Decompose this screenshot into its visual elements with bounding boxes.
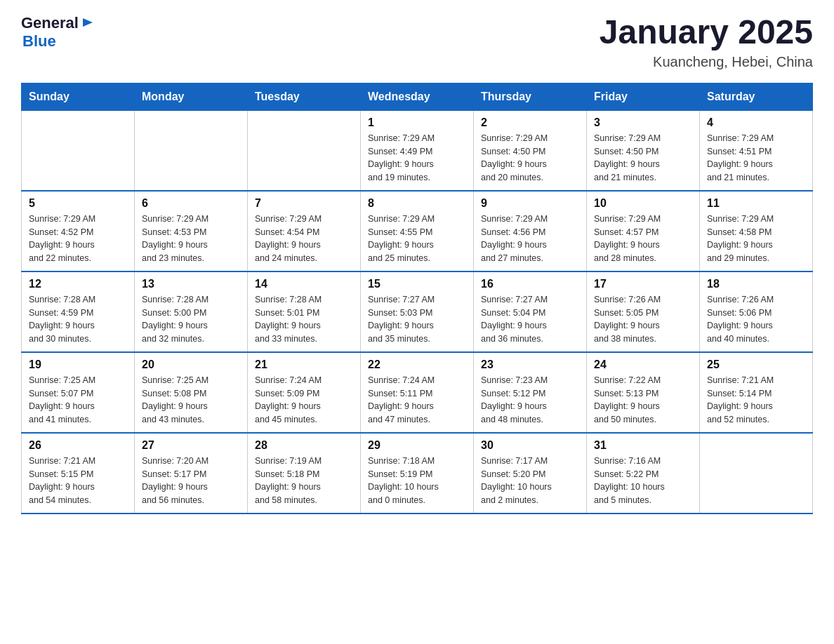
calendar-day-6: 6Sunrise: 7:29 AMSunset: 4:53 PMDaylight… [135, 191, 248, 271]
calendar-day-22: 22Sunrise: 7:24 AMSunset: 5:11 PMDayligh… [361, 352, 474, 433]
day-number: 29 [368, 439, 466, 452]
day-info: Sunrise: 7:21 AMSunset: 5:14 PMDaylight:… [707, 374, 805, 427]
logo-general-text: General [21, 14, 79, 32]
day-info: Sunrise: 7:25 AMSunset: 5:08 PMDaylight:… [142, 374, 240, 427]
day-number: 7 [255, 197, 353, 210]
day-info: Sunrise: 7:18 AMSunset: 5:19 PMDaylight:… [368, 455, 466, 507]
day-number: 15 [368, 278, 466, 290]
calendar-day-30: 30Sunrise: 7:17 AMSunset: 5:20 PMDayligh… [474, 433, 587, 514]
day-info: Sunrise: 7:27 AMSunset: 5:03 PMDaylight:… [368, 293, 466, 346]
day-number: 4 [707, 116, 805, 129]
calendar-week-row: 1Sunrise: 7:29 AMSunset: 4:49 PMDaylight… [22, 110, 813, 191]
calendar-day-1: 1Sunrise: 7:29 AMSunset: 4:49 PMDaylight… [361, 110, 474, 191]
day-number: 6 [142, 197, 240, 210]
day-info: Sunrise: 7:29 AMSunset: 4:53 PMDaylight:… [142, 213, 240, 265]
calendar-week-row: 12Sunrise: 7:28 AMSunset: 4:59 PMDayligh… [22, 271, 813, 352]
calendar-day-11: 11Sunrise: 7:29 AMSunset: 4:58 PMDayligh… [700, 191, 813, 271]
day-info: Sunrise: 7:26 AMSunset: 5:05 PMDaylight:… [594, 293, 692, 346]
day-info: Sunrise: 7:24 AMSunset: 5:09 PMDaylight:… [255, 374, 353, 427]
day-number: 20 [142, 358, 240, 371]
day-info: Sunrise: 7:29 AMSunset: 4:49 PMDaylight:… [368, 132, 466, 185]
day-number: 16 [481, 278, 579, 290]
calendar-week-row: 5Sunrise: 7:29 AMSunset: 4:52 PMDaylight… [22, 191, 813, 271]
calendar-empty-cell [248, 110, 361, 191]
calendar-day-5: 5Sunrise: 7:29 AMSunset: 4:52 PMDaylight… [22, 191, 135, 271]
weekday-header-sunday: Sunday [22, 83, 135, 110]
day-number: 21 [255, 358, 353, 371]
calendar-day-27: 27Sunrise: 7:20 AMSunset: 5:17 PMDayligh… [135, 433, 248, 514]
day-number: 24 [594, 358, 692, 371]
calendar-day-7: 7Sunrise: 7:29 AMSunset: 4:54 PMDaylight… [248, 191, 361, 271]
day-info: Sunrise: 7:28 AMSunset: 4:59 PMDaylight:… [29, 293, 127, 346]
day-info: Sunrise: 7:17 AMSunset: 5:20 PMDaylight:… [481, 455, 579, 507]
weekday-header-thursday: Thursday [474, 83, 587, 110]
day-info: Sunrise: 7:21 AMSunset: 5:15 PMDaylight:… [29, 455, 127, 507]
day-number: 27 [142, 439, 240, 452]
day-number: 11 [707, 197, 805, 210]
day-info: Sunrise: 7:25 AMSunset: 5:07 PMDaylight:… [29, 374, 127, 427]
day-info: Sunrise: 7:29 AMSunset: 4:56 PMDaylight:… [481, 213, 579, 265]
location-subtitle: Kuancheng, Hebei, China [600, 54, 813, 70]
calendar-day-28: 28Sunrise: 7:19 AMSunset: 5:18 PMDayligh… [248, 433, 361, 514]
weekday-header-friday: Friday [587, 83, 700, 110]
day-number: 5 [29, 197, 127, 210]
calendar-day-23: 23Sunrise: 7:23 AMSunset: 5:12 PMDayligh… [474, 352, 587, 433]
day-info: Sunrise: 7:29 AMSunset: 4:57 PMDaylight:… [594, 213, 692, 265]
day-number: 19 [29, 358, 127, 371]
day-info: Sunrise: 7:29 AMSunset: 4:51 PMDaylight:… [707, 132, 805, 185]
logo-blue-text: Blue [22, 32, 56, 50]
calendar-day-10: 10Sunrise: 7:29 AMSunset: 4:57 PMDayligh… [587, 191, 700, 271]
calendar-day-20: 20Sunrise: 7:25 AMSunset: 5:08 PMDayligh… [135, 352, 248, 433]
day-info: Sunrise: 7:24 AMSunset: 5:11 PMDaylight:… [368, 374, 466, 427]
calendar-day-18: 18Sunrise: 7:26 AMSunset: 5:06 PMDayligh… [700, 271, 813, 352]
day-info: Sunrise: 7:29 AMSunset: 4:58 PMDaylight:… [707, 213, 805, 265]
day-number: 2 [481, 116, 579, 129]
calendar-day-16: 16Sunrise: 7:27 AMSunset: 5:04 PMDayligh… [474, 271, 587, 352]
calendar-day-25: 25Sunrise: 7:21 AMSunset: 5:14 PMDayligh… [700, 352, 813, 433]
calendar-table: SundayMondayTuesdayWednesdayThursdayFrid… [21, 83, 813, 514]
calendar-day-31: 31Sunrise: 7:16 AMSunset: 5:22 PMDayligh… [587, 433, 700, 514]
calendar-empty-cell [22, 110, 135, 191]
weekday-header-wednesday: Wednesday [361, 83, 474, 110]
weekday-header-saturday: Saturday [700, 83, 813, 110]
day-number: 13 [142, 278, 240, 290]
day-number: 22 [368, 358, 466, 371]
calendar-day-13: 13Sunrise: 7:28 AMSunset: 5:00 PMDayligh… [135, 271, 248, 352]
weekday-header-monday: Monday [135, 83, 248, 110]
calendar-day-12: 12Sunrise: 7:28 AMSunset: 4:59 PMDayligh… [22, 271, 135, 352]
calendar-day-17: 17Sunrise: 7:26 AMSunset: 5:05 PMDayligh… [587, 271, 700, 352]
calendar-day-24: 24Sunrise: 7:22 AMSunset: 5:13 PMDayligh… [587, 352, 700, 433]
day-info: Sunrise: 7:28 AMSunset: 5:00 PMDaylight:… [142, 293, 240, 346]
calendar-day-3: 3Sunrise: 7:29 AMSunset: 4:50 PMDaylight… [587, 110, 700, 191]
calendar-day-15: 15Sunrise: 7:27 AMSunset: 5:03 PMDayligh… [361, 271, 474, 352]
day-info: Sunrise: 7:29 AMSunset: 4:55 PMDaylight:… [368, 213, 466, 265]
day-number: 10 [594, 197, 692, 210]
calendar-week-row: 19Sunrise: 7:25 AMSunset: 5:07 PMDayligh… [22, 352, 813, 433]
calendar-day-9: 9Sunrise: 7:29 AMSunset: 4:56 PMDaylight… [474, 191, 587, 271]
day-info: Sunrise: 7:29 AMSunset: 4:52 PMDaylight:… [29, 213, 127, 265]
calendar-day-26: 26Sunrise: 7:21 AMSunset: 5:15 PMDayligh… [22, 433, 135, 514]
day-number: 23 [481, 358, 579, 371]
calendar-day-21: 21Sunrise: 7:24 AMSunset: 5:09 PMDayligh… [248, 352, 361, 433]
calendar-week-row: 26Sunrise: 7:21 AMSunset: 5:15 PMDayligh… [22, 433, 813, 514]
day-number: 17 [594, 278, 692, 290]
day-info: Sunrise: 7:29 AMSunset: 4:50 PMDaylight:… [481, 132, 579, 185]
day-number: 8 [368, 197, 466, 210]
day-number: 25 [707, 358, 805, 371]
month-year-title: January 2025 [600, 14, 813, 51]
day-number: 3 [594, 116, 692, 129]
calendar-day-4: 4Sunrise: 7:29 AMSunset: 4:51 PMDaylight… [700, 110, 813, 191]
day-number: 26 [29, 439, 127, 452]
day-info: Sunrise: 7:26 AMSunset: 5:06 PMDaylight:… [707, 293, 805, 346]
weekday-header-tuesday: Tuesday [248, 83, 361, 110]
day-info: Sunrise: 7:23 AMSunset: 5:12 PMDaylight:… [481, 374, 579, 427]
calendar-day-29: 29Sunrise: 7:18 AMSunset: 5:19 PMDayligh… [361, 433, 474, 514]
day-number: 14 [255, 278, 353, 290]
day-number: 18 [707, 278, 805, 290]
day-info: Sunrise: 7:19 AMSunset: 5:18 PMDaylight:… [255, 455, 353, 507]
day-number: 12 [29, 278, 127, 290]
logo: General Blue [21, 14, 95, 51]
day-info: Sunrise: 7:22 AMSunset: 5:13 PMDaylight:… [594, 374, 692, 427]
day-info: Sunrise: 7:27 AMSunset: 5:04 PMDaylight:… [481, 293, 579, 346]
calendar-day-19: 19Sunrise: 7:25 AMSunset: 5:07 PMDayligh… [22, 352, 135, 433]
